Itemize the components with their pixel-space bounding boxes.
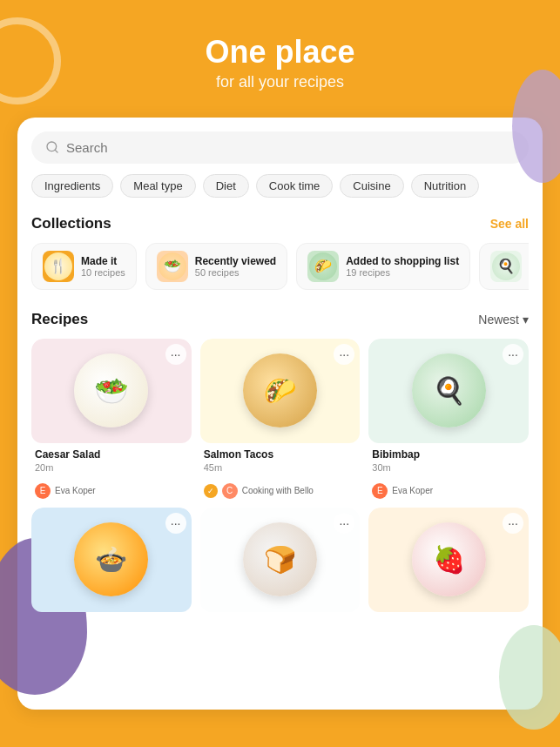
recipes-grid: 🥗···Caesar Salad20mEEva Koper🌮···Salmon … <box>31 339 529 619</box>
recipe-time: 30m <box>368 462 529 473</box>
filter-chips-row: IngredientsMeal typeDietCook timeCuisine… <box>31 174 529 198</box>
collection-count: 10 recipes <box>81 267 125 278</box>
page-title: One place <box>17 35 543 70</box>
svg-line-1 <box>55 150 57 152</box>
recipe-time: 45m <box>200 462 361 473</box>
author-avatar: E <box>35 483 51 499</box>
search-icon <box>45 140 59 154</box>
collections-title: Collections <box>31 215 111 232</box>
verified-badge: ✓ <box>204 484 218 498</box>
sort-label: Newest <box>478 313 519 326</box>
recipe-time: 20m <box>31 462 192 473</box>
collection-name: Added to shopping list <box>346 255 459 267</box>
recipe-more-button[interactable]: ··· <box>165 344 186 365</box>
recipe-name: Salmon Tacos <box>200 448 361 461</box>
recipe-more-button[interactable]: ··· <box>334 344 354 365</box>
recipe-more-button[interactable]: ··· <box>503 513 523 534</box>
filter-chip[interactable]: Cuisine <box>340 174 403 198</box>
collection-card[interactable]: 🌮Added to shopping list19 recipes <box>296 243 470 290</box>
recipe-card[interactable]: 🍞··· <box>200 508 361 619</box>
filter-chip[interactable]: Ingredients <box>31 174 113 198</box>
recipe-card[interactable]: 🍲··· <box>31 508 192 619</box>
author-avatar: E <box>372 483 388 499</box>
collection-card[interactable]: 🍴Made it10 recipes <box>31 243 137 290</box>
collection-name: Made it <box>81 255 125 267</box>
page-subtitle: for all your recipes <box>17 73 543 91</box>
recipe-name: Caesar Salad <box>31 448 192 461</box>
author-avatar: C <box>222 483 238 499</box>
recipe-more-button[interactable]: ··· <box>334 513 354 534</box>
main-card: IngredientsMeal typeDietCook timeCuisine… <box>17 118 543 710</box>
recipe-card[interactable]: 🌮···Salmon Tacos45m✓CCooking with Bello <box>200 339 361 499</box>
recipes-title: Recipes <box>31 311 88 328</box>
recipe-name: Bibimbap <box>368 448 529 461</box>
author-name: Cooking with Bello <box>242 486 314 495</box>
collection-count: 19 recipes <box>346 267 459 278</box>
recipe-more-button[interactable]: ··· <box>165 513 186 534</box>
recipe-card[interactable]: 🥗···Caesar Salad20mEEva Koper <box>31 339 192 499</box>
page-header: One place for all your recipes <box>0 0 560 109</box>
filter-chip[interactable]: Meal type <box>120 174 195 198</box>
see-all-button[interactable]: See all <box>490 217 529 231</box>
recipe-author-row: ✓CCooking with Bello <box>200 483 361 499</box>
search-bar[interactable] <box>31 131 529 164</box>
author-name: Eva Koper <box>392 486 433 495</box>
search-input[interactable] <box>66 140 515 155</box>
filter-chip[interactable]: Cook time <box>256 174 334 198</box>
collection-count: 50 recipes <box>195 267 276 278</box>
recipe-more-button[interactable]: ··· <box>503 344 523 365</box>
recipe-card[interactable]: 🍓··· <box>368 508 529 619</box>
sort-button[interactable]: Newest ▾ <box>478 313 529 326</box>
collections-row: 🍴Made it10 recipes🥗Recently viewed50 rec… <box>31 243 529 293</box>
recipe-author-row: EEva Koper <box>368 483 529 499</box>
collections-section-header: Collections See all <box>31 215 529 232</box>
collection-card[interactable]: 🥗Recently viewed50 recipes <box>145 243 287 290</box>
filter-chip[interactable]: Diet <box>203 174 249 198</box>
filter-chip[interactable]: Nutrition <box>411 174 479 198</box>
chevron-down-icon: ▾ <box>523 313 529 326</box>
recipes-section-header: Recipes Newest ▾ <box>31 311 529 328</box>
recipe-card[interactable]: 🍳···Bibimbap30mEEva Koper <box>368 339 529 499</box>
collection-name: Recently viewed <box>195 255 276 267</box>
recipe-author-row: EEva Koper <box>31 483 192 499</box>
collection-card[interactable]: 🍳Breakfast3 recipes <box>479 243 529 290</box>
author-name: Eva Koper <box>55 486 96 495</box>
